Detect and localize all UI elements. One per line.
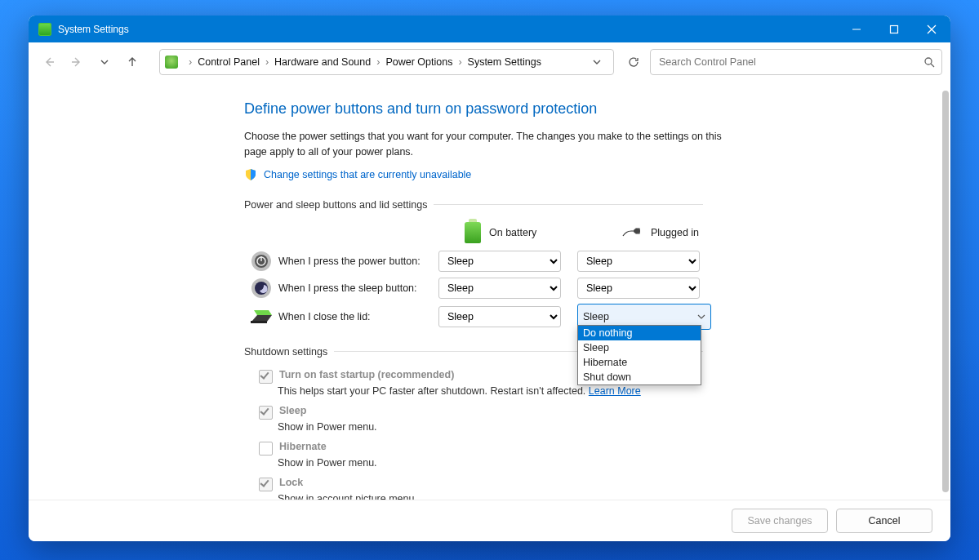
search-box[interactable]	[650, 49, 942, 75]
section-label: Shutdown settings	[244, 346, 327, 358]
content-scroll: Define power buttons and turn on passwor…	[29, 82, 941, 500]
content-area: Define power buttons and turn on passwor…	[29, 82, 950, 541]
power-button-battery-select[interactable]: Sleep	[438, 251, 561, 272]
back-button[interactable]	[37, 50, 61, 74]
chevron-down-icon	[592, 57, 602, 67]
uac-row: Change settings that are currently unava…	[244, 168, 941, 181]
breadcrumb-item[interactable]: Power Options	[385, 56, 452, 68]
hibernate-label: Hibernate	[279, 441, 327, 452]
lock-checkbox[interactable]	[259, 478, 273, 491]
svg-point-6	[634, 229, 640, 233]
close-icon	[927, 24, 937, 34]
save-button[interactable]: Save changes	[732, 509, 828, 533]
control-panel-icon	[165, 56, 178, 69]
dropdown-option[interactable]: Shut down	[578, 370, 701, 384]
column-battery-label: On battery	[489, 227, 536, 238]
svg-line-5	[931, 64, 934, 67]
breadcrumb-sep: ›	[458, 56, 461, 68]
section-divider	[434, 204, 703, 205]
scrollbar[interactable]	[942, 91, 949, 492]
minimize-icon	[852, 24, 861, 34]
chevron-down-icon	[100, 57, 109, 67]
app-icon	[38, 23, 51, 36]
page-title: Define power buttons and turn on passwor…	[244, 100, 941, 118]
row-close-lid: When I close the lid: Sleep Sleep Do not…	[244, 304, 941, 330]
breadcrumb-sep: ›	[376, 56, 380, 68]
section-label: Power and sleep buttons and lid settings	[244, 199, 427, 211]
sleep-desc: Show in Power menu.	[278, 421, 703, 433]
fast-startup-checkbox[interactable]	[259, 370, 273, 384]
row-label: When I press the power button:	[278, 256, 438, 267]
close-lid-plugged-dropdown[interactable]: Do nothing Sleep Hibernate Shut down	[577, 325, 701, 385]
window-title: System Settings	[58, 24, 129, 35]
forward-button[interactable]	[65, 50, 89, 74]
chevron-down-icon	[697, 313, 705, 321]
row-label: When I press the sleep button:	[278, 282, 438, 294]
svg-point-4	[925, 58, 932, 64]
sleep-button-plugged-select[interactable]: Sleep	[577, 278, 700, 299]
close-button[interactable]	[913, 16, 950, 42]
breadcrumb-item[interactable]: Control Panel	[198, 56, 260, 68]
search-input[interactable]	[657, 56, 923, 69]
row-sleep-button: When I press the sleep button: Sleep Sle…	[244, 277, 941, 300]
breadcrumb-item[interactable]: System Settings	[468, 56, 541, 68]
minimize-button[interactable]	[838, 16, 875, 42]
row-label: When I close the lid:	[278, 311, 438, 322]
sleep-label: Sleep	[279, 405, 306, 416]
refresh-button[interactable]	[621, 49, 647, 75]
battery-icon	[465, 222, 481, 243]
learn-more-link[interactable]: Learn More	[589, 385, 641, 397]
arrow-right-icon	[70, 56, 83, 69]
fast-startup-desc: This helps start your PC faster after sh…	[278, 385, 703, 397]
shield-icon	[244, 168, 257, 181]
columns-header: On battery Plugged in	[244, 222, 941, 243]
fast-startup-label: Turn on fast startup (recommended)	[279, 369, 454, 380]
address-bar[interactable]: › Control Panel › Hardware and Sound › P…	[159, 49, 614, 75]
recent-locations-button[interactable]	[92, 50, 117, 74]
search-icon	[923, 56, 935, 68]
hibernate-row: Hibernate	[259, 441, 703, 456]
close-lid-battery-select[interactable]: Sleep	[438, 306, 561, 327]
plug-icon	[621, 226, 643, 239]
dropdown-option[interactable]: Do nothing	[578, 326, 701, 340]
hibernate-checkbox[interactable]	[259, 442, 273, 456]
breadcrumb-sep: ›	[265, 56, 269, 68]
titlebar: System Settings	[29, 16, 950, 42]
svg-rect-1	[891, 25, 898, 33]
arrow-up-icon	[126, 56, 139, 69]
section-power-sleep: Power and sleep buttons and lid settings	[244, 194, 703, 216]
lock-label: Lock	[279, 477, 303, 488]
lock-row: Lock	[259, 477, 703, 491]
sleep-checkbox[interactable]	[259, 406, 273, 420]
refresh-icon	[627, 56, 640, 69]
lid-icon	[249, 307, 274, 327]
sleep-row: Sleep	[259, 405, 703, 420]
uac-link[interactable]: Change settings that are currently unava…	[264, 169, 471, 180]
breadcrumb-sep: ›	[189, 56, 192, 68]
hibernate-desc: Show in Power menu.	[278, 457, 703, 469]
navbar: › Control Panel › Hardware and Sound › P…	[29, 42, 950, 82]
address-dropdown-button[interactable]	[585, 51, 608, 73]
sleep-button-battery-select[interactable]: Sleep	[438, 278, 561, 299]
breadcrumb-item[interactable]: Hardware and Sound	[274, 56, 371, 68]
power-button-plugged-select[interactable]: Sleep	[577, 251, 700, 272]
row-power-button: When I press the power button: Sleep Sle…	[244, 250, 941, 273]
dropdown-option[interactable]: Hibernate	[578, 355, 701, 370]
up-button[interactable]	[120, 50, 145, 74]
select-value: Sleep	[583, 311, 609, 322]
window: System Settings › Control Panel	[29, 16, 950, 541]
page-subtitle: Choose the power settings that you want …	[244, 129, 734, 160]
column-plugged-label: Plugged in	[651, 227, 699, 238]
footer: Save changes Cancel	[29, 500, 950, 541]
arrow-left-icon	[42, 56, 56, 69]
sleep-button-icon	[250, 277, 273, 300]
power-button-icon	[250, 250, 273, 273]
dropdown-option[interactable]: Sleep	[578, 340, 701, 355]
maximize-icon	[889, 24, 899, 34]
cancel-button[interactable]: Cancel	[836, 509, 932, 533]
maximize-button[interactable]	[875, 16, 913, 42]
